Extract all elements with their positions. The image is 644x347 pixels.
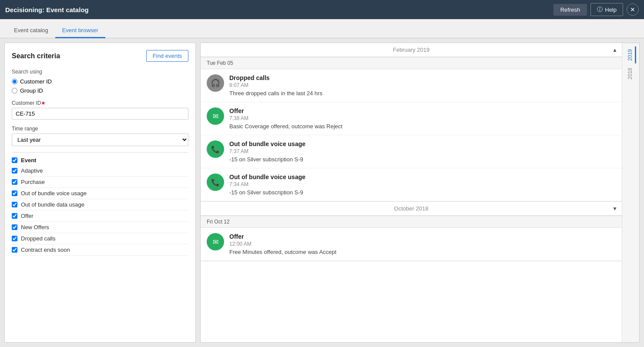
event-select-all-checkbox[interactable] — [12, 157, 17, 163]
event-list-item-1: Purchase — [12, 177, 188, 188]
event-list: AdaptivePurchaseOut of bundle voice usag… — [12, 165, 188, 256]
radio-customer-id-input[interactable] — [12, 79, 17, 84]
event-time-voice-1: 7:37 AM — [229, 148, 616, 154]
event-details-dropped-calls-1: Dropped calls 8:07 AM Three dropped call… — [229, 74, 616, 97]
event-details-voice-2: Out of bundle voice usage 7:34 AM -15 on… — [229, 174, 616, 196]
event-checkbox-4[interactable] — [12, 213, 17, 219]
event-checkbox-5[interactable] — [12, 224, 17, 230]
event-time-offer-1: 7:38 AM — [229, 115, 616, 121]
voice-icon-2: 📞 — [207, 174, 224, 191]
event-desc-offer-1: Basic Coverage offered, outcome was Reje… — [229, 123, 616, 130]
event-checkbox-7[interactable] — [12, 247, 17, 253]
tab-bar: Event catalog Event browser — [0, 19, 644, 38]
year-item-2018[interactable]: 2018 — [625, 65, 636, 82]
event-title-dropped-calls-1: Dropped calls — [229, 74, 616, 81]
time-range-select[interactable]: Last year Last month Last week Custom — [12, 133, 188, 146]
voice-icon-1: 📞 — [207, 140, 224, 158]
event-time-dropped-calls-1: 8:07 AM — [229, 82, 616, 88]
month-section-oct-2018: October 2018 ▼ Fri Oct 12 ✉ Offer 12:00 … — [201, 202, 622, 261]
event-checkbox-0[interactable] — [12, 168, 17, 174]
event-desc-voice-1: -15 on Silver subscription S-9 — [229, 156, 616, 163]
title-bar-actions: Refresh ⓘ Help ✕ — [553, 3, 639, 16]
event-entry-offer-oct: ✉ Offer 12:00 AM Free Minutes offered, o… — [201, 228, 622, 261]
event-checkbox-2[interactable] — [12, 190, 17, 196]
event-checkbox-3[interactable] — [12, 202, 17, 207]
event-list-header: Event — [12, 152, 188, 163]
event-list-item-0: Adaptive — [12, 165, 188, 177]
event-list-item-7: Contract ends soon — [12, 244, 188, 256]
event-checkbox-6[interactable] — [12, 236, 17, 241]
month-header-oct-2018: October 2018 ▼ — [201, 202, 622, 216]
search-using-radio-group: Customer ID Group ID — [12, 78, 188, 94]
left-panel: Search criteria Find events Search using… — [4, 43, 196, 343]
month-collapse-button-feb-2019[interactable]: ▲ — [612, 47, 617, 53]
event-desc-offer-oct: Free Minutes offered, outcome was Accept — [229, 249, 616, 255]
search-using-label: Search using — [12, 69, 188, 75]
day-header-oct12: Fri Oct 12 — [201, 216, 622, 228]
search-criteria-title: Search criteria — [12, 52, 60, 60]
find-events-button[interactable]: Find events — [146, 50, 188, 62]
radio-customer-id[interactable]: Customer ID — [12, 78, 188, 85]
close-button[interactable]: ✕ — [627, 3, 639, 16]
required-star: ★ — [41, 100, 46, 106]
offer-icon-1: ✉ — [207, 107, 224, 125]
main-layout: Search criteria Find events Search using… — [0, 38, 644, 347]
event-list-item-6: Dropped calls — [12, 233, 188, 244]
month-section-feb-2019: February 2019 ▲ Tue Feb 05 🎧 Dropped cal… — [201, 43, 622, 202]
customer-id-label: Customer ID★ — [12, 100, 188, 106]
event-time-offer-oct: 12:00 AM — [229, 241, 616, 247]
event-entry-voice-2: 📞 Out of bundle voice usage 7:34 AM -15 … — [201, 168, 622, 201]
event-desc-dropped-calls-1: Three dropped calls in the last 24 hrs — [229, 90, 616, 97]
offer-icon-oct: ✉ — [207, 233, 224, 250]
event-desc-voice-2: -15 on Silver subscription S-9 — [229, 189, 616, 196]
radio-group-id-input[interactable] — [12, 88, 17, 93]
event-time-voice-2: 7:34 AM — [229, 181, 616, 187]
month-collapse-button-oct-2018[interactable]: ▼ — [612, 206, 617, 212]
event-title-offer-oct: Offer — [229, 233, 616, 240]
event-list-item-4: Offer — [12, 210, 188, 222]
dropped-calls-icon-1: 🎧 — [207, 74, 224, 92]
event-checkbox-1[interactable] — [12, 179, 17, 185]
event-title-voice-1: Out of bundle voice usage — [229, 140, 616, 147]
tab-event-catalog[interactable]: Event catalog — [7, 23, 55, 38]
event-entry-dropped-calls-1: 🎧 Dropped calls 8:07 AM Three dropped ca… — [201, 69, 622, 102]
events-content[interactable]: February 2019 ▲ Tue Feb 05 🎧 Dropped cal… — [201, 43, 622, 342]
title-bar: Decisioning: Event catalog Refresh ⓘ Hel… — [0, 0, 644, 19]
radio-group-id[interactable]: Group ID — [12, 87, 188, 94]
right-panel: February 2019 ▲ Tue Feb 05 🎧 Dropped cal… — [200, 43, 640, 343]
app-title: Decisioning: Event catalog — [5, 6, 89, 13]
tab-event-browser[interactable]: Event browser — [55, 23, 105, 38]
event-details-offer-oct: Offer 12:00 AM Free Minutes offered, out… — [229, 233, 616, 255]
year-item-2019[interactable]: 2019 — [625, 47, 636, 63]
event-list-item-5: New Offers — [12, 222, 188, 233]
refresh-button[interactable]: Refresh — [553, 4, 587, 16]
year-sidebar: 2019 2018 — [622, 43, 639, 342]
customer-id-input[interactable] — [12, 108, 188, 120]
event-list-item-2: Out of bundle voice usage — [12, 188, 188, 199]
event-title-offer-1: Offer — [229, 107, 616, 114]
time-range-label: Time range — [12, 126, 188, 132]
search-criteria-header: Search criteria Find events — [12, 50, 188, 62]
month-header-feb-2019: February 2019 ▲ — [201, 43, 622, 57]
event-title-voice-2: Out of bundle voice usage — [229, 174, 616, 180]
help-circle-icon: ⓘ — [597, 6, 603, 13]
event-details-voice-1: Out of bundle voice usage 7:37 AM -15 on… — [229, 140, 616, 163]
event-details-offer-1: Offer 7:38 AM Basic Coverage offered, ou… — [229, 107, 616, 130]
help-button[interactable]: ⓘ Help — [590, 3, 623, 16]
event-list-item-3: Out of bundle data usage — [12, 199, 188, 210]
event-entry-voice-1: 📞 Out of bundle voice usage 7:37 AM -15 … — [201, 135, 622, 168]
day-header-feb05: Tue Feb 05 — [201, 57, 622, 69]
event-entry-offer-1: ✉ Offer 7:38 AM Basic Coverage offered, … — [201, 102, 622, 135]
